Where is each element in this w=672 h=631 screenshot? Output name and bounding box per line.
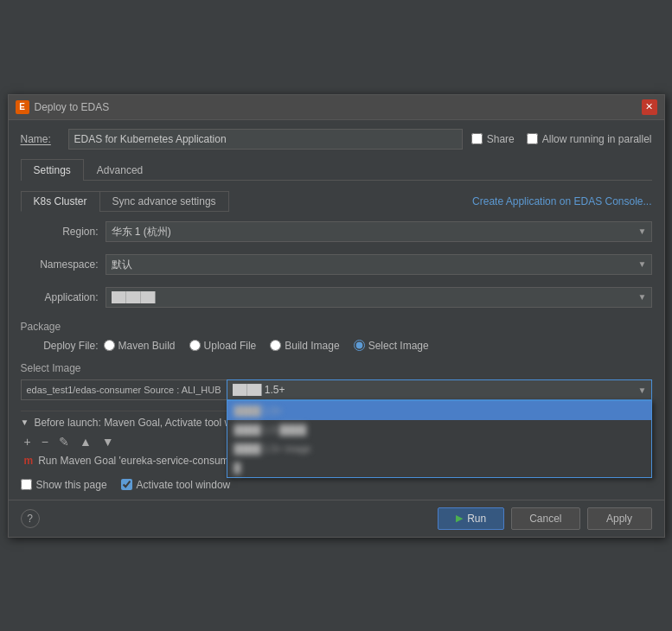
remove-button[interactable]: − bbox=[38, 434, 52, 449]
dropdown-item-2[interactable]: ████ 1.5 ████ bbox=[227, 420, 651, 439]
radio-build[interactable]: Build Image bbox=[270, 340, 339, 352]
deploy-file-label: Deploy File: bbox=[21, 340, 99, 352]
dropdown-overlay: ████ 1.5+ ████ 1.5 ████ ████ 1.5+ image … bbox=[227, 400, 652, 478]
region-select-wrapper: 华东 1 (杭州) ▼ bbox=[106, 221, 652, 242]
cancel-label: Cancel bbox=[529, 513, 561, 525]
image-dropdown-wrapper: ████ 1.5+ ▼ ████ 1.5+ ████ 1.5 ████ ████… bbox=[227, 379, 652, 400]
parallel-label: Allow running in parallel bbox=[542, 133, 652, 145]
show-page-checkbox[interactable] bbox=[21, 479, 32, 490]
package-title: Package bbox=[21, 321, 652, 333]
apply-button[interactable]: Apply bbox=[587, 507, 652, 530]
share-checkbox-label[interactable]: Share bbox=[471, 133, 515, 145]
bottom-checks: Show this page Activate tool window bbox=[21, 479, 652, 491]
namespace-row: Namespace: 默认 ▼ bbox=[21, 252, 652, 277]
namespace-label: Namespace: bbox=[21, 258, 99, 271]
close-button[interactable]: ✕ bbox=[642, 99, 657, 115]
name-label: Name: bbox=[21, 133, 60, 145]
region-label: Region: bbox=[21, 226, 99, 238]
namespace-select[interactable]: 默认 bbox=[106, 254, 652, 275]
select-image-title: Select Image bbox=[21, 362, 652, 374]
radio-maven[interactable]: Maven Build bbox=[104, 340, 176, 352]
run-button[interactable]: ▶ Run bbox=[438, 507, 504, 530]
run-label: Run bbox=[467, 513, 486, 525]
show-page-label[interactable]: Show this page bbox=[21, 479, 107, 491]
deploy-dialog: E Deploy to EDAS ✕ Name: Share Allow run… bbox=[8, 94, 665, 538]
image-source-label: edas_test1/edas-consumer Source : ALI_HU… bbox=[21, 379, 227, 400]
radio-options: Maven Build Upload File Build Image Sele… bbox=[104, 340, 429, 352]
apply-label: Apply bbox=[606, 513, 632, 525]
dialog-footer: ? ▶ Run Cancel Apply bbox=[9, 500, 664, 537]
radio-select-input[interactable] bbox=[354, 340, 365, 351]
share-label: Share bbox=[487, 133, 515, 145]
dialog-title: Deploy to EDAS bbox=[35, 101, 110, 113]
edit-button[interactable]: ✎ bbox=[55, 434, 73, 449]
create-application-link[interactable]: Create Application on EDAS Console... bbox=[472, 195, 651, 207]
share-checkbox[interactable] bbox=[471, 133, 483, 144]
tab-advanced[interactable]: Advanced bbox=[84, 159, 156, 181]
dropdown-item-3[interactable]: ████ 1.5+ image bbox=[227, 439, 651, 458]
select-image-section: Select Image edas_test1/edas-consumer So… bbox=[21, 362, 652, 400]
parallel-checkbox-label[interactable]: Allow running in parallel bbox=[527, 133, 652, 145]
application-label: Application: bbox=[21, 291, 99, 303]
cancel-button[interactable]: Cancel bbox=[511, 507, 579, 530]
help-button[interactable]: ? bbox=[21, 509, 40, 528]
name-options: Share Allow running in parallel bbox=[471, 133, 652, 145]
application-select[interactable]: ██████ bbox=[106, 287, 652, 308]
activate-window-label[interactable]: Activate tool window bbox=[121, 479, 231, 491]
app-icon: E bbox=[16, 100, 29, 114]
parallel-checkbox[interactable] bbox=[527, 133, 538, 144]
image-row: edas_test1/edas-consumer Source : ALI_HU… bbox=[21, 379, 652, 400]
radio-select[interactable]: Select Image bbox=[354, 340, 429, 352]
dropdown-item-1[interactable]: ████ 1.5+ bbox=[227, 401, 651, 420]
show-page-text: Show this page bbox=[36, 479, 107, 491]
tab-settings[interactable]: Settings bbox=[21, 159, 84, 181]
add-button[interactable]: + bbox=[21, 434, 35, 449]
title-bar-left: E Deploy to EDAS bbox=[16, 100, 110, 114]
name-row: Name: Share Allow running in parallel bbox=[21, 129, 652, 150]
name-input[interactable] bbox=[68, 129, 463, 150]
sub-tab-k8s[interactable]: K8s Cluster bbox=[21, 191, 99, 212]
region-select[interactable]: 华东 1 (杭州) bbox=[106, 221, 652, 242]
application-select-wrapper: ██████ ▼ bbox=[106, 287, 652, 308]
region-row: Region: 华东 1 (杭州) ▼ bbox=[21, 219, 652, 245]
move-up-button[interactable]: ▲ bbox=[76, 434, 95, 449]
radio-maven-input[interactable] bbox=[104, 340, 115, 351]
radio-upload-input[interactable] bbox=[189, 340, 201, 351]
dropdown-item-4[interactable]: █ bbox=[227, 458, 651, 477]
footer-buttons: ▶ Run Cancel Apply bbox=[438, 507, 651, 530]
title-bar: E Deploy to EDAS ✕ bbox=[9, 95, 664, 120]
namespace-select-wrapper: 默认 ▼ bbox=[106, 254, 652, 275]
activate-window-checkbox[interactable] bbox=[121, 479, 132, 490]
activate-window-text: Activate tool window bbox=[137, 479, 231, 491]
application-row: Application: ██████ ▼ bbox=[21, 284, 652, 310]
sub-tab-bar: K8s Cluster Sync advance settings Create… bbox=[21, 191, 652, 212]
tab-bar: Settings Advanced bbox=[21, 158, 652, 181]
maven-icon: m bbox=[24, 455, 34, 467]
radio-build-input[interactable] bbox=[270, 340, 281, 351]
deploy-file-row: Deploy File: Maven Build Upload File Bui… bbox=[21, 340, 652, 352]
image-dropdown[interactable]: ████ 1.5+ bbox=[227, 379, 652, 400]
sub-tab-sync[interactable]: Sync advance settings bbox=[99, 191, 229, 212]
dialog-body: Name: Share Allow running in parallel Se… bbox=[9, 120, 664, 500]
radio-upload[interactable]: Upload File bbox=[189, 340, 257, 352]
move-down-button[interactable]: ▼ bbox=[99, 434, 118, 449]
run-icon: ▶ bbox=[456, 513, 463, 524]
collapse-triangle[interactable]: ▼ bbox=[21, 417, 29, 427]
